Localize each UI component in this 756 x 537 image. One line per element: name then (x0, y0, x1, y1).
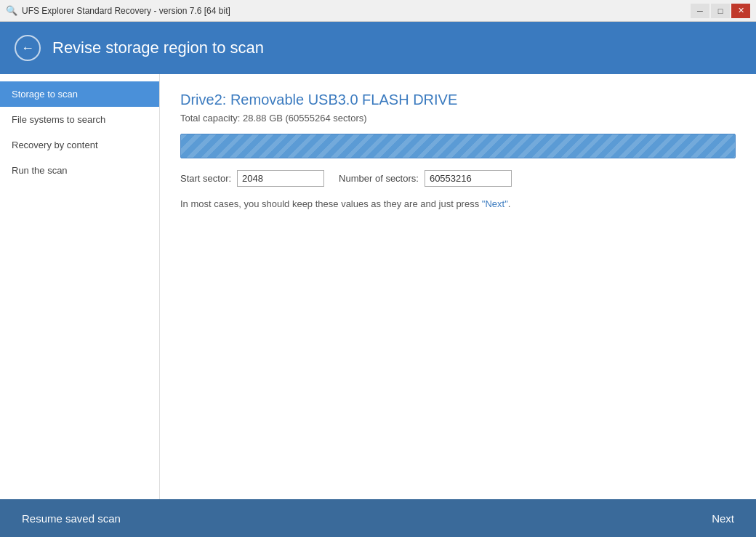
title-bar-left: 🔍 UFS Explorer Standard Recovery - versi… (6, 5, 230, 17)
drive-capacity: Total capacity: 28.88 GB (60555264 secto… (180, 113, 736, 124)
sector-row: Start sector: Number of sectors: (180, 170, 736, 187)
sidebar: Storage to scan File systems to search R… (0, 74, 160, 499)
next-button[interactable]: Next (704, 508, 741, 529)
sidebar-item-storage-to-scan[interactable]: Storage to scan (0, 81, 159, 107)
header: ← Revise storage region to scan (0, 22, 756, 74)
next-link[interactable]: "Next" (482, 198, 508, 209)
start-sector-label: Start sector: (180, 173, 231, 184)
title-bar: 🔍 UFS Explorer Standard Recovery - versi… (0, 0, 756, 22)
hint-text: In most cases, you should keep these val… (180, 198, 736, 209)
back-button[interactable]: ← (15, 35, 41, 61)
maximize-button[interactable]: □ (711, 4, 730, 18)
close-button[interactable]: ✕ (731, 4, 750, 18)
sidebar-item-file-systems[interactable]: File systems to search (0, 107, 159, 132)
drive-title: Drive2: Removable USB3.0 FLASH DRIVE (180, 92, 736, 108)
number-of-sectors-input[interactable] (425, 170, 512, 187)
number-of-sectors-label: Number of sectors: (339, 173, 419, 184)
page-title: Revise storage region to scan (52, 39, 264, 57)
resume-saved-scan-button[interactable]: Resume saved scan (15, 508, 128, 529)
minimize-button[interactable]: ─ (691, 4, 709, 18)
scan-region-bar (180, 134, 736, 158)
footer: Resume saved scan Next (0, 499, 756, 537)
window-controls: ─ □ ✕ (691, 4, 750, 18)
main-layout: Storage to scan File systems to search R… (0, 74, 756, 499)
app-icon: 🔍 (6, 5, 17, 17)
back-icon: ← (21, 41, 34, 56)
start-sector-group: Start sector: (180, 170, 324, 187)
content-area: Drive2: Removable USB3.0 FLASH DRIVE Tot… (160, 74, 756, 499)
sidebar-item-run-the-scan[interactable]: Run the scan (0, 158, 159, 183)
start-sector-input[interactable] (237, 170, 324, 187)
number-of-sectors-group: Number of sectors: (339, 170, 512, 187)
sidebar-item-recovery-by-content[interactable]: Recovery by content (0, 132, 159, 158)
title-bar-text: UFS Explorer Standard Recovery - version… (22, 6, 230, 16)
